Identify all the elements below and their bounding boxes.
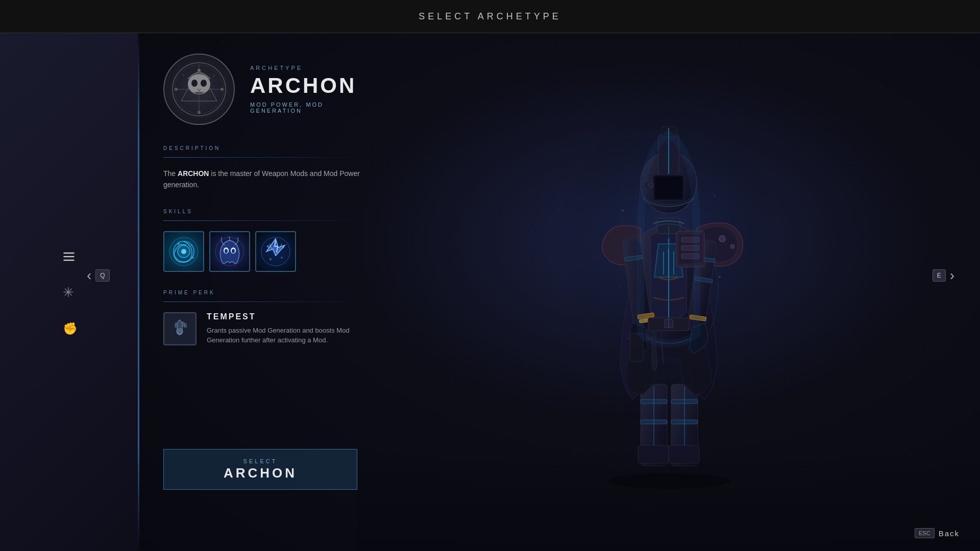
svg-point-19 <box>220 88 224 91</box>
skill-icon-2[interactable] <box>209 231 250 272</box>
svg-point-91 <box>719 276 721 278</box>
emblem-svg: I I <box>171 61 227 117</box>
svg-point-17 <box>198 69 201 72</box>
right-arrow: › <box>950 267 954 284</box>
svg-point-29 <box>192 257 194 259</box>
svg-point-88 <box>622 210 624 212</box>
left-key: Q <box>95 269 109 282</box>
prime-perk-divider <box>163 302 362 302</box>
svg-point-92 <box>627 337 629 339</box>
skill-icon-1[interactable] <box>163 231 204 272</box>
page-title: SELECT ARCHETYPE <box>419 11 561 22</box>
perk-name: TEMPEST <box>207 312 362 321</box>
select-button-container: SELECT ARCHON <box>138 449 383 490</box>
svg-point-40 <box>270 258 272 260</box>
sidebar-icons: ✳ ✊ <box>0 33 138 551</box>
archetype-emblem: I I <box>163 54 235 125</box>
char-gradient <box>357 449 980 551</box>
skills-divider <box>163 220 362 221</box>
archetype-header: I I ARCHETYPE ARCHON MOD POWER, MOD GENE… <box>163 54 362 125</box>
svg-rect-82 <box>655 177 682 198</box>
skill-icon-3[interactable] <box>255 231 296 272</box>
fist-icon: ✊ <box>62 321 76 335</box>
perk-description: Grants passive Mod Generation and boosts… <box>207 325 362 345</box>
description-bold: ARCHON <box>178 169 209 178</box>
perk-info: TEMPEST Grants passive Mod Generation an… <box>207 312 362 345</box>
prime-perk-label: PRIME PERK <box>163 290 362 295</box>
svg-text:✳: ✳ <box>63 285 74 299</box>
skill-1-icon <box>168 236 199 267</box>
skills-section: SKILLS <box>163 209 362 272</box>
svg-rect-84 <box>648 183 653 187</box>
description-block: DESCRIPTION The ARCHON is the master of … <box>163 145 362 191</box>
sidebar-icon-star[interactable]: ✳ <box>59 282 79 303</box>
svg-point-12 <box>201 80 207 87</box>
svg-point-27 <box>178 243 180 245</box>
svg-point-89 <box>714 194 716 196</box>
character-figure <box>541 83 796 502</box>
perk-icon <box>163 312 197 345</box>
character-area <box>357 33 980 551</box>
tempest-perk-icon <box>168 317 191 340</box>
svg-rect-0 <box>64 252 75 253</box>
right-key: E <box>933 269 946 282</box>
select-btn-name: ARCHON <box>224 465 297 481</box>
nav-right[interactable]: E › <box>933 267 954 284</box>
svg-point-90 <box>620 287 621 288</box>
svg-point-37 <box>272 245 280 253</box>
svg-point-61 <box>719 236 725 242</box>
svg-point-18 <box>175 88 178 91</box>
left-arrow: ‹ <box>87 267 91 284</box>
list-icon <box>62 249 76 264</box>
back-label: Back <box>939 529 960 538</box>
svg-point-30 <box>176 258 177 260</box>
svg-rect-1 <box>64 256 75 257</box>
svg-point-38 <box>267 245 269 247</box>
back-button[interactable]: ESC Back <box>915 528 960 538</box>
svg-text:I: I <box>212 74 215 78</box>
svg-point-41 <box>281 257 283 258</box>
svg-point-93 <box>709 312 710 313</box>
skill-2-icon <box>214 236 245 267</box>
description-label: DESCRIPTION <box>163 145 362 151</box>
asterisk-icon: ✳ <box>62 285 76 299</box>
select-btn-label: SELECT <box>243 458 278 464</box>
archetype-name: ARCHON <box>250 75 362 96</box>
sidebar-icon-list[interactable] <box>59 246 79 267</box>
top-bar: SELECT ARCHETYPE <box>0 0 980 33</box>
svg-text:✊: ✊ <box>63 321 76 335</box>
svg-point-62 <box>730 244 734 248</box>
description-divider <box>163 157 362 158</box>
esc-key: ESC <box>915 528 935 538</box>
svg-rect-2 <box>64 259 75 260</box>
skills-row <box>163 231 362 272</box>
sidebar-icon-fist[interactable]: ✊ <box>59 318 79 338</box>
nav-left[interactable]: ‹ Q <box>87 267 110 284</box>
archetype-text-block: ARCHETYPE ARCHON MOD POWER, MOD GENERATI… <box>250 65 362 114</box>
skills-label: SKILLS <box>163 209 362 214</box>
prime-perk-section: PRIME PERK <box>163 290 362 345</box>
svg-point-34 <box>225 249 228 253</box>
skill-3-icon <box>260 236 291 267</box>
archetype-tags: MOD POWER, MOD GENERATION <box>250 102 362 114</box>
select-archon-button[interactable]: SELECT ARCHON <box>163 449 357 490</box>
svg-point-39 <box>283 246 284 248</box>
info-panel: I I ARCHETYPE ARCHON MOD POWER, MOD GENE… <box>138 33 383 441</box>
svg-point-35 <box>232 249 235 253</box>
svg-point-26 <box>181 249 186 254</box>
description-text: The ARCHON is the master of Weapon Mods … <box>163 168 362 191</box>
archetype-label: ARCHETYPE <box>250 65 362 71</box>
svg-point-20 <box>198 111 201 114</box>
svg-point-28 <box>191 244 192 246</box>
svg-text:I: I <box>182 73 185 77</box>
svg-point-11 <box>191 80 198 87</box>
